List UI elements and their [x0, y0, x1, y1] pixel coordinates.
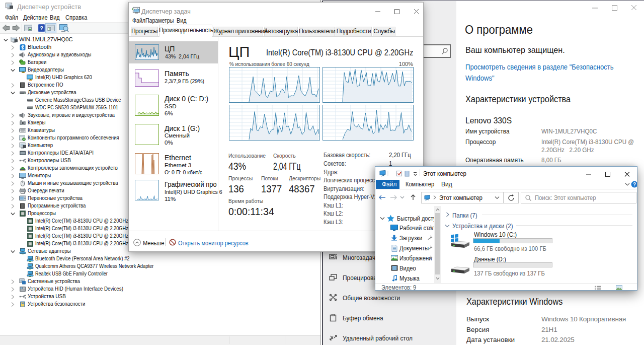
svg-text:?: ?	[40, 25, 43, 31]
svg-text:?: ?	[633, 182, 636, 187]
